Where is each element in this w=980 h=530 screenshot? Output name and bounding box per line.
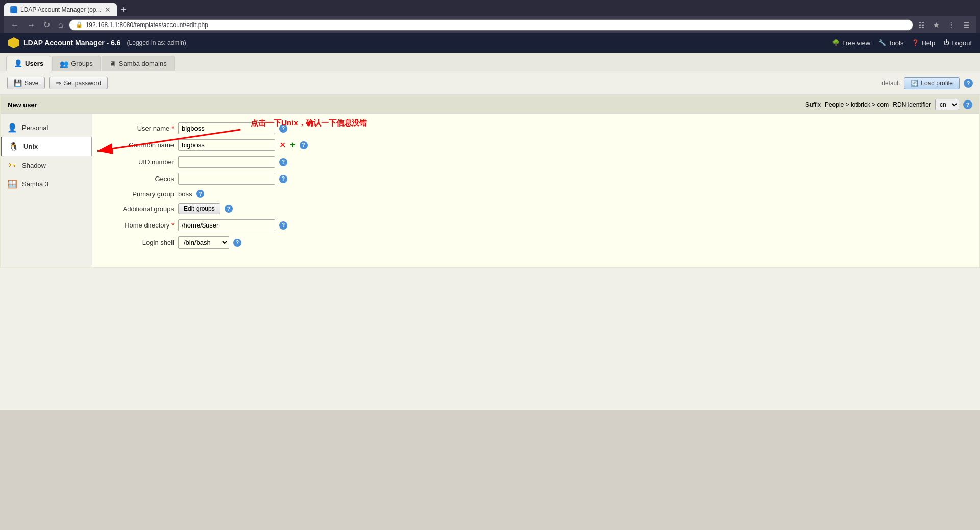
help-label: Help [921, 39, 935, 47]
uid-number-label: UID number [103, 158, 174, 166]
extensions-icon[interactable]: ☰ [961, 20, 972, 30]
load-profile-button[interactable]: 🔄 Load profile [904, 77, 960, 89]
home-directory-help-button[interactable]: ? [279, 221, 287, 230]
users-tab-icon: 👤 [14, 59, 22, 67]
home-directory-row: Home directory * ? [103, 219, 969, 231]
additional-groups-help-button[interactable]: ? [225, 205, 233, 213]
browser-tab-active[interactable]: 🔵 LDAP Account Manager (op... ✕ [4, 3, 117, 16]
action-toolbar: 💾 Save ⇒ Set password default 🔄 Load pro… [0, 71, 980, 95]
profile-default-label: default [881, 80, 900, 87]
samba3-label: Samba 3 [22, 180, 48, 188]
set-password-label: Set password [64, 80, 101, 87]
groups-tab-label: Groups [71, 60, 93, 67]
app-title-text: LDAP Account Manager - 6.6 [23, 39, 121, 47]
shadow-icon: 🗝 [7, 160, 18, 171]
reader-mode-icon[interactable]: ☷ [916, 20, 927, 30]
help-link[interactable]: ❓ Help [912, 39, 935, 47]
primary-group-row: Primary group boss ? [103, 190, 969, 198]
common-name-add-button[interactable]: + [290, 140, 296, 150]
uid-number-input[interactable] [178, 156, 275, 168]
form-area: 点击一下Unix，确认一下信息没错 User name [92, 114, 979, 267]
gecos-help-button[interactable]: ? [279, 175, 287, 183]
additional-groups-row: Additional groups Edit groups ? [103, 203, 969, 214]
browser-chrome: 🔵 LDAP Account Manager (op... ✕ + ← → ↻ … [0, 0, 980, 33]
sidebar-item-shadow[interactable]: 🗝 Shadow [1, 156, 92, 174]
toolbar-right-area: default 🔄 Load profile ? [881, 77, 973, 89]
logout-link[interactable]: ⏻ Logout [943, 39, 972, 47]
users-tab-label: Users [25, 60, 43, 67]
save-button[interactable]: 💾 Save [7, 77, 45, 89]
content-layout: 👤 Personal 🐧 Unix 🗝 Shadow 🪟 Samba 3 [1, 114, 979, 267]
browser-toolbar-right: ☷ ★ ⋮ ☰ [916, 20, 972, 30]
common-name-delete-button[interactable]: ✕ [279, 140, 286, 150]
logout-label: Logout [951, 39, 972, 47]
tree-view-label: Tree view [842, 39, 870, 47]
forward-button[interactable]: → [24, 19, 38, 31]
tab-favicon: 🔵 [10, 6, 17, 13]
common-name-help-button[interactable]: ? [300, 141, 308, 149]
tab-users[interactable]: 👤 Users [6, 56, 51, 71]
username-help-button[interactable]: ? [279, 124, 287, 133]
gecos-input[interactable] [178, 173, 275, 185]
tools-link[interactable]: 🔧 Tools [878, 39, 903, 47]
unix-label: Unix [23, 143, 38, 150]
toolbar-help-button[interactable]: ? [964, 79, 973, 88]
home-directory-input[interactable] [178, 219, 275, 231]
tab-groups[interactable]: 👥 Groups [52, 56, 101, 71]
load-profile-icon: 🔄 [911, 80, 918, 87]
shadow-label: Shadow [22, 162, 46, 169]
browser-toolbar: ← → ↻ ⌂ 🔒 192.168.1.1:8080/templates/acc… [4, 16, 976, 33]
home-directory-label: Home directory * [103, 221, 174, 229]
main-tab-bar: 👤 Users 👥 Groups 🖥 Samba domains [0, 53, 980, 71]
login-shell-row: Login shell /bin/bash /bin/sh /bin/csh /… [103, 236, 969, 249]
login-shell-help-button[interactable]: ? [233, 239, 241, 247]
set-password-button[interactable]: ⇒ Set password [49, 77, 108, 89]
rdn-help-button[interactable]: ? [963, 100, 972, 109]
toolbar-help-icon: ? [967, 80, 970, 86]
sidebar-item-samba3[interactable]: 🪟 Samba 3 [1, 174, 92, 193]
tab-samba-domains[interactable]: 🖥 Samba domains [102, 56, 175, 71]
tab-title: LDAP Account Manager (op... [20, 6, 102, 13]
more-tools-icon[interactable]: ⋮ [946, 20, 957, 30]
save-icon: 💾 [14, 79, 22, 87]
load-profile-label: Load profile [921, 80, 953, 87]
common-name-input[interactable] [178, 139, 275, 151]
new-tab-button[interactable]: + [117, 5, 131, 15]
tab-close-button[interactable]: ✕ [105, 6, 111, 14]
sidebar-item-unix[interactable]: 🐧 Unix [1, 137, 92, 156]
suffix-label: Suffix [805, 101, 821, 108]
primary-group-help-button[interactable]: ? [196, 190, 204, 198]
username-input[interactable] [178, 122, 275, 134]
uid-number-help-button[interactable]: ? [279, 158, 287, 166]
rdn-select[interactable]: cn uid sn [935, 99, 959, 110]
tree-view-link[interactable]: 🌳 Tree view [832, 39, 870, 47]
app-logo-icon [8, 37, 19, 48]
unix-icon: 🐧 [8, 141, 19, 152]
primary-group-value: boss [178, 190, 192, 198]
login-shell-select[interactable]: /bin/bash /bin/sh /bin/csh /sbin/nologin [178, 236, 229, 249]
new-user-section: New user Suffix People > lotbrick > com … [0, 95, 980, 268]
back-button[interactable]: ← [8, 19, 21, 31]
refresh-button[interactable]: ↻ [41, 19, 53, 31]
tree-view-icon: 🌳 [832, 39, 840, 46]
bookmark-icon[interactable]: ★ [931, 20, 942, 30]
samba-tab-label: Samba domains [119, 60, 167, 67]
lock-icon: 🔒 [76, 21, 83, 28]
tools-label: Tools [888, 39, 903, 47]
home-button[interactable]: ⌂ [56, 19, 66, 31]
username-row: User name * ? [103, 122, 969, 134]
main-content: 👤 Users 👥 Groups 🖥 Samba domains 💾 Save … [0, 53, 980, 410]
tab-bar: 🔵 LDAP Account Manager (op... ✕ + [4, 3, 976, 16]
edit-groups-button[interactable]: Edit groups [178, 203, 220, 214]
new-user-header-right: Suffix People > lotbrick > com RDN ident… [805, 99, 972, 110]
help-icon: ❓ [912, 39, 919, 46]
common-name-label: Common name [103, 141, 174, 149]
common-name-row: Common name ✕ + ? [103, 139, 969, 151]
address-bar[interactable]: 🔒 192.168.1.1:8080/templates/account/edi… [69, 19, 913, 31]
home-directory-required-marker: * [172, 221, 174, 229]
app-header: LDAP Account Manager - 6.6 (Logged in as… [0, 33, 980, 53]
sidebar-item-personal[interactable]: 👤 Personal [1, 118, 92, 137]
toolbar-left: 💾 Save ⇒ Set password [7, 77, 108, 89]
set-password-icon: ⇒ [56, 79, 61, 87]
rdn-label: RDN identifier [893, 101, 931, 108]
